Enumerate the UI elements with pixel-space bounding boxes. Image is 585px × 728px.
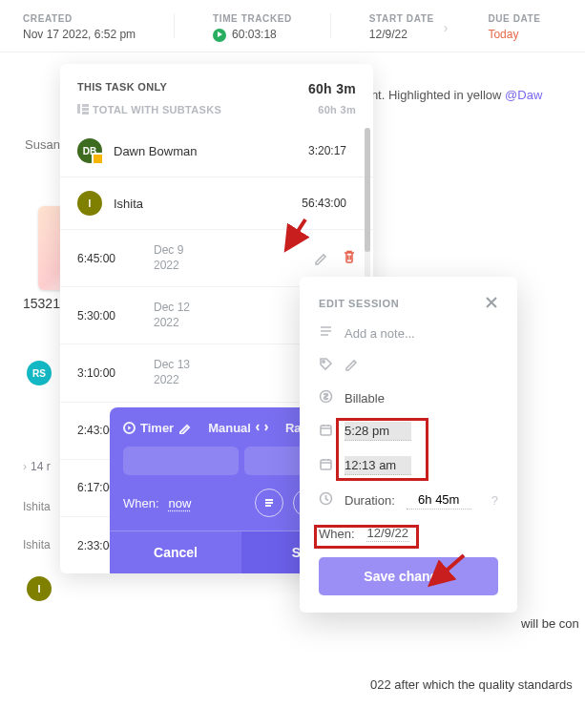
help-icon[interactable]: ?: [491, 493, 498, 508]
edit-end-time-row: [319, 456, 498, 475]
trash-icon: [342, 249, 356, 264]
note-placeholder: Add a note...: [345, 326, 415, 341]
task-meta-row: CREATED Nov 17 2022, 6:52 pm TIME TRACKE…: [0, 0, 585, 52]
when-label: When:: [319, 527, 355, 541]
session-duration: 5:30:00: [77, 309, 133, 322]
meta-created: CREATED Nov 17 2022, 6:52 pm: [23, 13, 136, 41]
edit-billable-row[interactable]: Billable: [319, 389, 498, 406]
save-changes-button[interactable]: Save changes: [319, 557, 498, 595]
duration-label: Duration:: [345, 493, 395, 508]
divider: [330, 13, 331, 38]
lines-icon: [262, 496, 276, 510]
svg-point-2: [323, 361, 324, 363]
total-with-subtasks-label[interactable]: TOTAL WITH SUBTASKS: [77, 104, 221, 115]
total-with-subtasks-total: 60h 3m: [318, 104, 356, 115]
play-icon[interactable]: [213, 29, 226, 42]
meta-start-date-value: 12/9/22: [369, 28, 434, 41]
arrows-icon: [256, 422, 268, 434]
chevron-right-icon: ›: [444, 20, 449, 35]
tracker-when-label: When:: [123, 496, 159, 510]
tag-icon: [319, 357, 333, 374]
svg-rect-4: [321, 426, 331, 435]
subtasks-icon: [77, 104, 89, 114]
meta-created-value: Nov 17 2022, 6:52 pm: [23, 28, 136, 41]
dollar-icon: [319, 389, 333, 406]
pencil-icon: [178, 422, 191, 434]
comment-fragment: 022 after which the quality standards: [370, 677, 573, 692]
more-replies-link[interactable]: ›14 r: [23, 460, 51, 473]
close-icon: [485, 296, 498, 309]
note-button[interactable]: [255, 489, 283, 517]
meta-start-date[interactable]: START DATE 12/9/22: [369, 13, 434, 41]
session-duration: 3:10:00: [77, 366, 133, 380]
time-user-row[interactable]: DBDawn Bowman3:20:17: [60, 125, 373, 177]
edit-session-popover: EDIT SESSION Add a note... Billable Dura…: [300, 277, 517, 613]
session-date: Dec 122022: [154, 301, 190, 330]
tracker-cancel-button[interactable]: Cancel: [110, 531, 241, 573]
edit-duration-row: Duration: ?: [319, 490, 498, 510]
meta-created-label: CREATED: [23, 13, 136, 24]
edit-when-row: When: 12/9/22: [319, 525, 498, 542]
tab-timer[interactable]: Timer: [123, 421, 191, 435]
pencil-icon: [345, 357, 359, 374]
billable-label: Billable: [345, 391, 385, 406]
mention[interactable]: @Daw: [505, 88, 542, 102]
meta-time-tracked-label: TIME TRACKED: [213, 13, 292, 24]
end-time-input[interactable]: [345, 456, 411, 475]
session-date: Dec 92022: [154, 243, 183, 273]
edit-start-time-row: [319, 422, 498, 441]
edit-note-row[interactable]: Add a note...: [319, 324, 498, 342]
comment-fragment: mment. Highlighted in yellow @Daw: [344, 88, 542, 102]
when-value[interactable]: 12/9/22: [366, 525, 409, 542]
comment-fragment: will be con: [521, 616, 579, 631]
page-number: 15321: [23, 296, 60, 311]
avatar-rs[interactable]: RS: [27, 361, 52, 385]
meta-time-tracked[interactable]: TIME TRACKED 60:03:18: [213, 13, 292, 42]
lines-icon: [319, 324, 333, 342]
meta-start-date-label: START DATE: [369, 13, 434, 24]
clock-icon: [319, 491, 333, 509]
avatar-i[interactable]: I: [27, 576, 52, 601]
delete-session-button[interactable]: [342, 249, 356, 267]
tracker-when-value[interactable]: now: [169, 496, 192, 510]
meta-time-tracked-value: 60:03:18: [213, 28, 292, 42]
scrollbar-thumb[interactable]: [365, 128, 370, 252]
author-name: Ishita: [23, 500, 51, 513]
close-button[interactable]: [485, 296, 498, 311]
this-task-only-total: 60h 3m: [308, 81, 356, 96]
play-circle-icon: [123, 422, 136, 434]
edit-session-title: EDIT SESSION: [319, 298, 399, 309]
pencil-icon: [314, 251, 328, 265]
author-name: Susan: [25, 137, 60, 152]
tab-manual[interactable]: Manual: [208, 421, 268, 435]
chevron-right-icon: ›: [23, 460, 27, 473]
edit-session-button[interactable]: [314, 251, 328, 265]
calendar-icon: [319, 423, 333, 440]
tracker-start-input[interactable]: [123, 447, 239, 475]
divider: [174, 13, 175, 38]
avatar: I: [77, 191, 102, 216]
meta-due-date[interactable]: DUE DATE Today: [488, 13, 540, 41]
time-user-row[interactable]: IIshita56:43:00: [60, 177, 373, 229]
user-name: Ishita: [114, 197, 290, 211]
time-tracking-header: THIS TASK ONLY 60h 3m TOTAL WITH SUBTASK…: [60, 64, 373, 125]
user-total: 3:20:17: [308, 144, 346, 157]
avatar: DB: [77, 138, 102, 163]
meta-due-date-value: Today: [488, 28, 540, 41]
edit-tags-row[interactable]: [319, 357, 498, 374]
meta-due-date-label: DUE DATE: [488, 13, 540, 24]
user-name: Dawn Bowman: [114, 144, 297, 158]
svg-rect-5: [321, 460, 331, 469]
start-time-input[interactable]: [345, 422, 411, 441]
duration-input[interactable]: [407, 490, 471, 510]
author-name: Ishita: [23, 538, 51, 551]
session-duration: 6:45:00: [77, 252, 133, 265]
calendar-icon: [319, 457, 333, 474]
this-task-only-label: THIS TASK ONLY: [77, 81, 167, 96]
session-date: Dec 132022: [154, 358, 190, 387]
user-total: 56:43:00: [302, 197, 346, 210]
